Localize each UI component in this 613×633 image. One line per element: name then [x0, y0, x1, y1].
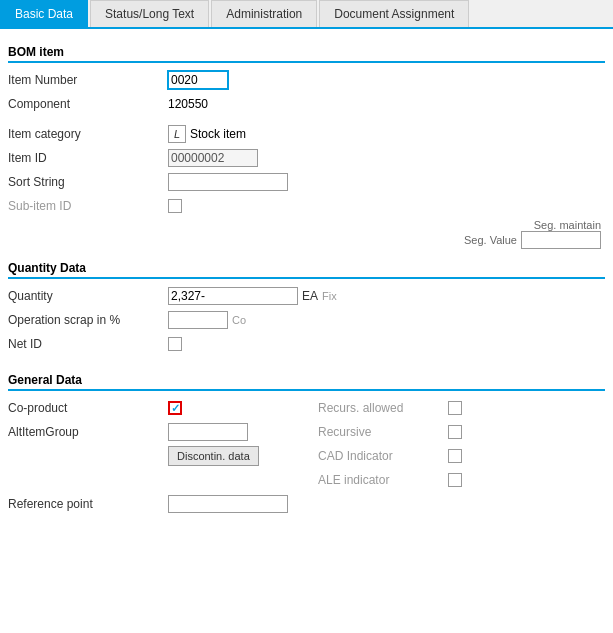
item-number-row: Item Number [8, 69, 605, 91]
item-id-row: Item ID [8, 147, 605, 169]
recurs-allowed-label: Recurs. allowed [318, 401, 448, 415]
recurs-allowed-col: Recurs. allowed [318, 401, 462, 415]
item-id-input[interactable] [168, 149, 258, 167]
item-category-row: Item category L Stock item [8, 123, 605, 145]
bom-item-section-header: BOM item [8, 41, 605, 63]
tab-basic-data[interactable]: Basic Data [0, 0, 88, 27]
discontin-col: Discontin. data [8, 446, 318, 466]
seg-area: Seg. maintain Seg. Value [8, 219, 605, 249]
operation-scrap-label: Operation scrap in % [8, 313, 168, 327]
fix-label: Fix [322, 290, 337, 302]
co-product-label: Co-product [8, 401, 168, 415]
seg-maintain-label: Seg. maintain [534, 219, 601, 231]
tab-bar: Basic Data Status/Long Text Administrati… [0, 0, 613, 29]
ale-indicator-row: ALE indicator [8, 469, 605, 491]
net-id-label: Net ID [8, 337, 168, 351]
item-category-icon[interactable]: L [168, 125, 186, 143]
item-category-label: Item category [8, 127, 168, 141]
ale-indicator-col: ALE indicator [318, 473, 462, 487]
item-id-label: Item ID [8, 151, 168, 165]
main-content: BOM item Item Number Component 120550 It… [0, 29, 613, 521]
recursive-label: Recursive [318, 425, 448, 439]
component-row: Component 120550 [8, 93, 605, 115]
item-category-text: Stock item [190, 127, 246, 141]
item-number-input[interactable] [168, 71, 228, 89]
quantity-data-section-header: Quantity Data [8, 257, 605, 279]
sort-string-label: Sort String [8, 175, 168, 189]
ale-indicator-label: ALE indicator [318, 473, 448, 487]
recursive-checkbox[interactable] [448, 425, 462, 439]
discontin-row: Discontin. data CAD Indicator [8, 445, 605, 467]
recurs-allowed-checkbox[interactable] [448, 401, 462, 415]
cad-indicator-col: CAD Indicator [318, 449, 462, 463]
seg-value-label: Seg. Value [464, 234, 517, 246]
net-id-checkbox[interactable] [168, 337, 182, 351]
quantity-input[interactable] [168, 287, 298, 305]
seg-value-input[interactable] [521, 231, 601, 249]
alt-item-group-row: AltItemGroup Recursive [8, 421, 605, 443]
tab-status-long-text[interactable]: Status/Long Text [90, 0, 209, 27]
item-number-label: Item Number [8, 73, 168, 87]
component-label: Component [8, 97, 168, 111]
alt-item-group-col: AltItemGroup [8, 423, 318, 441]
sub-item-id-checkbox[interactable] [168, 199, 182, 213]
cad-indicator-label: CAD Indicator [318, 449, 448, 463]
cad-indicator-checkbox[interactable] [448, 449, 462, 463]
tab-document-assignment[interactable]: Document Assignment [319, 0, 469, 27]
co-product-checkbox[interactable] [168, 401, 182, 415]
sort-string-input[interactable] [168, 173, 288, 191]
quantity-label: Quantity [8, 289, 168, 303]
quantity-unit: EA [302, 289, 318, 303]
alt-item-group-input[interactable] [168, 423, 248, 441]
component-value: 120550 [168, 97, 208, 111]
net-id-row: Net ID [8, 333, 605, 355]
alt-item-group-label: AltItemGroup [8, 425, 168, 439]
sub-item-id-row: Sub-item ID [8, 195, 605, 217]
recursive-col: Recursive [318, 425, 462, 439]
co-label: Co [232, 314, 246, 326]
quantity-row: Quantity EA Fix [8, 285, 605, 307]
co-product-col: Co-product [8, 401, 318, 415]
sort-string-row: Sort String [8, 171, 605, 193]
tab-administration[interactable]: Administration [211, 0, 317, 27]
co-product-row: Co-product Recurs. allowed [8, 397, 605, 419]
ale-indicator-checkbox[interactable] [448, 473, 462, 487]
discontin-data-button[interactable]: Discontin. data [168, 446, 259, 466]
operation-scrap-row: Operation scrap in % Co [8, 309, 605, 331]
general-data-section-header: General Data [8, 369, 605, 391]
reference-point-row: Reference point [8, 493, 605, 515]
seg-value-row: Seg. Value [464, 231, 601, 249]
reference-point-input[interactable] [168, 495, 288, 513]
sub-item-id-label: Sub-item ID [8, 199, 168, 213]
operation-scrap-input[interactable] [168, 311, 228, 329]
reference-point-label: Reference point [8, 497, 168, 511]
